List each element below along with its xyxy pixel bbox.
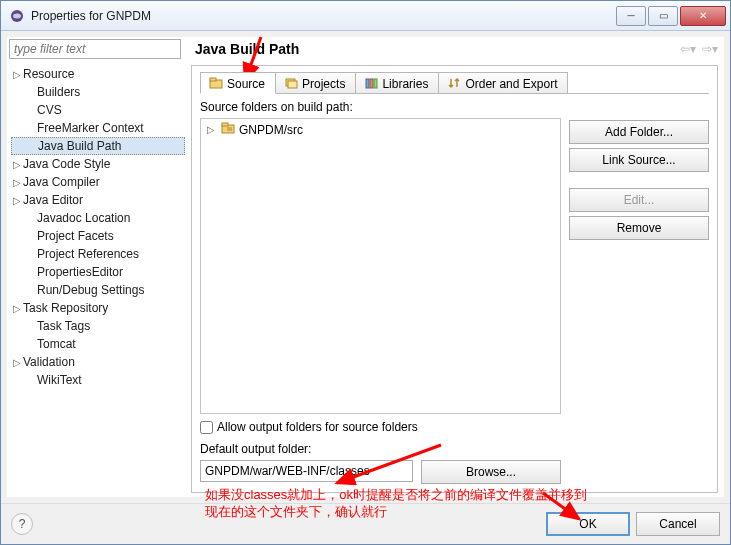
minimize-button[interactable]: ─ [616,6,646,26]
tree-item-label: Project Facets [37,229,114,243]
tree-item-tomcat[interactable]: Tomcat [11,335,185,353]
expand-icon[interactable]: ▷ [11,159,23,170]
page-title: Java Build Path [195,41,299,57]
back-icon[interactable]: ⇦▾ [680,42,696,56]
tree-item-label: Tomcat [37,337,76,351]
eclipse-icon [9,8,25,24]
tree-item-cvs[interactable]: CVS [11,101,185,119]
titlebar: Properties for GNPDM ─ ▭ ✕ [1,1,730,31]
allow-output-checkbox[interactable] [200,421,213,434]
default-output-label: Default output folder: [200,442,561,456]
books-icon [364,77,378,91]
tab-projects[interactable]: Projects [275,72,356,93]
tree-item-resource[interactable]: ▷Resource [11,65,185,83]
expand-icon[interactable]: ▷ [11,177,23,188]
browse-button[interactable]: Browse... [421,460,561,484]
tree-item-freemarker-context[interactable]: FreeMarker Context [11,119,185,137]
tree-item-label: WikiText [37,373,82,387]
tree-item-java-code-style[interactable]: ▷Java Code Style [11,155,185,173]
order-icon [447,77,461,91]
tab-order-and-export[interactable]: Order and Export [438,72,568,93]
maximize-button[interactable]: ▭ [648,6,678,26]
package-icon [209,77,223,91]
allow-output-row[interactable]: Allow output folders for source folders [200,420,561,434]
tree-item-task-repository[interactable]: ▷Task Repository [11,299,185,317]
tree-item-java-compiler[interactable]: ▷Java Compiler [11,173,185,191]
tree-item-label: CVS [37,103,62,117]
tree-item-label: Run/Debug Settings [37,283,144,297]
expand-icon[interactable]: ▷ [11,195,23,206]
tabs: SourceProjectsLibrariesOrder and Export [200,72,709,94]
expand-icon[interactable]: ▷ [11,357,23,368]
tree-item-java-build-path[interactable]: Java Build Path [11,137,185,155]
tree-item-label: Task Repository [23,301,108,315]
svg-point-1 [13,13,21,18]
tree-item-label: Javadoc Location [37,211,130,225]
forward-icon[interactable]: ⇨▾ [702,42,718,56]
ok-button[interactable]: OK [546,512,630,536]
allow-output-label: Allow output folders for source folders [217,420,418,434]
tree-item-label: Task Tags [37,319,90,333]
svg-rect-10 [222,123,228,126]
tree-item-label: Validation [23,355,75,369]
tree-item-task-tags[interactable]: Task Tags [11,317,185,335]
tree-item-label: Resource [23,67,74,81]
cancel-button[interactable]: Cancel [636,512,720,536]
tab-libraries[interactable]: Libraries [355,72,439,93]
window-title: Properties for GNPDM [31,9,614,23]
package-icon [221,122,235,137]
svg-rect-6 [366,79,369,88]
expand-icon[interactable]: ▷ [205,124,217,135]
svg-rect-7 [370,79,373,88]
link-source-button[interactable]: Link Source... [569,148,709,172]
tree-item-label: FreeMarker Context [37,121,144,135]
tree-item-run-debug-settings[interactable]: Run/Debug Settings [11,281,185,299]
tree-item-wikitext[interactable]: WikiText [11,371,185,389]
tree-item-javadoc-location[interactable]: Javadoc Location [11,209,185,227]
tree-item-propertieseditor[interactable]: PropertiesEditor [11,263,185,281]
tree-item-label: Java Editor [23,193,83,207]
tree-item-label: Builders [37,85,80,99]
help-button[interactable]: ? [11,513,33,535]
tree-item-label: Java Compiler [23,175,100,189]
filter-input[interactable] [9,39,181,59]
tree-item-label: Java Build Path [38,139,121,153]
tab-label: Source [227,77,265,91]
close-button[interactable]: ✕ [680,6,726,26]
svg-rect-5 [288,81,297,88]
default-output-input[interactable] [200,460,413,482]
svg-rect-8 [374,79,377,88]
sidebar: ▷ResourceBuildersCVSFreeMarker ContextJa… [7,37,185,497]
source-folders-list[interactable]: ▷ GNPDM/src [200,118,561,414]
tree-item-label: PropertiesEditor [37,265,123,279]
nav-arrows[interactable]: ⇦▾ ⇨▾ [680,42,718,56]
svg-rect-3 [210,78,216,81]
source-folder-item[interactable]: ▷ GNPDM/src [203,121,558,138]
tab-source[interactable]: Source [200,72,276,94]
expand-icon[interactable]: ▷ [11,303,23,314]
tree-item-java-editor[interactable]: ▷Java Editor [11,191,185,209]
expand-icon[interactable]: ▷ [11,69,23,80]
tab-label: Order and Export [465,77,557,91]
tree-item-validation[interactable]: ▷Validation [11,353,185,371]
tree-item-label: Project References [37,247,139,261]
properties-tree[interactable]: ▷ResourceBuildersCVSFreeMarker ContextJa… [7,61,185,497]
tree-item-label: Java Code Style [23,157,110,171]
tab-label: Libraries [382,77,428,91]
folders-icon [284,77,298,91]
svg-rect-11 [227,127,232,131]
tree-item-project-facets[interactable]: Project Facets [11,227,185,245]
edit-button[interactable]: Edit... [569,188,709,212]
add-folder-button[interactable]: Add Folder... [569,120,709,144]
tree-item-project-references[interactable]: Project References [11,245,185,263]
remove-button[interactable]: Remove [569,216,709,240]
tree-item-builders[interactable]: Builders [11,83,185,101]
source-folder-label: GNPDM/src [239,123,303,137]
source-folders-label: Source folders on build path: [200,100,561,114]
tab-label: Projects [302,77,345,91]
